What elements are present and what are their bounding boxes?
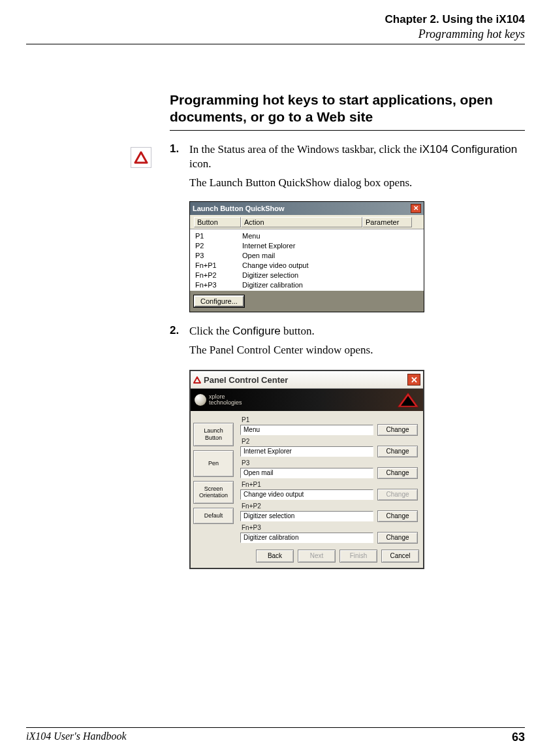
pcc-footer: Back Next Finish Cancel <box>191 546 423 568</box>
row-label: P1 <box>240 416 418 423</box>
row-label: Fn+P1 <box>240 481 418 488</box>
chapter-title: Chapter 2. Using the iX104 <box>26 13 525 26</box>
quickshow-body: P1Menu P2Internet Explorer P3Open mail F… <box>190 229 424 291</box>
row-value[interactable]: Digitizer calibration <box>240 533 373 543</box>
row-label: Fn+P2 <box>240 502 418 510</box>
row-label: Fn+P3 <box>240 524 418 531</box>
step-2-result: The Panel Control Center window opens. <box>189 343 525 358</box>
cancel-button[interactable]: Cancel <box>381 550 419 563</box>
row-value[interactable]: Internet Explorer <box>240 446 373 457</box>
quickshow-column-headers: Button Action Parameter <box>190 215 424 229</box>
pcc-banner-text: xplore technologies <box>209 394 242 406</box>
col-action[interactable]: Action <box>241 217 362 227</box>
sidebar-item-default[interactable]: Default <box>193 508 234 524</box>
row-label: P2 <box>240 438 418 445</box>
step-2-body: Click the Configure button. The Panel Co… <box>189 324 525 362</box>
list-item[interactable]: P2Internet Explorer <box>195 241 420 251</box>
change-button: Change <box>377 489 418 501</box>
col-parameter[interactable]: Parameter <box>362 217 412 227</box>
step-1-text-b: iX104 Configuration <box>420 143 517 156</box>
step-2-text-b: Configure <box>232 325 281 337</box>
step-1: 1. In the Status area of the Windows tas… <box>170 142 525 195</box>
pcc-banner: xplore technologies <box>191 389 423 411</box>
quickshow-titlebar: Launch Button QuickShow ✕ <box>190 202 424 215</box>
list-item[interactable]: Fn+P1Change video output <box>195 261 420 271</box>
back-button[interactable]: Back <box>256 550 294 563</box>
step-2: 2. Click the Configure button. The Panel… <box>170 324 525 362</box>
row-value[interactable]: Open mail <box>240 468 373 478</box>
panel-control-center-window: Panel Control Center ✕ xplore technologi… <box>189 370 424 569</box>
warning-triangle-icon <box>193 376 201 384</box>
list-item[interactable]: Fn+P2Digitizer selection <box>195 271 420 280</box>
sidebar-item-pen[interactable]: Pen <box>193 450 234 477</box>
sidebar-item-screen-orientation[interactable]: Screen Orientation <box>193 481 234 504</box>
triangle-icon <box>396 391 420 409</box>
step-1-body: In the Status area of the Windows taskba… <box>189 142 525 195</box>
step-2-text-a: Click the <box>189 325 232 337</box>
col-button[interactable]: Button <box>194 217 241 227</box>
warning-triangle-icon <box>131 147 151 168</box>
pcc-main: P1MenuChange P2Internet ExplorerChange P… <box>234 414 420 546</box>
header-rule <box>26 44 525 44</box>
svg-marker-0 <box>135 152 147 163</box>
change-button[interactable]: Change <box>377 467 418 479</box>
configure-button[interactable]: Configure... <box>194 295 244 307</box>
pcc-sidebar: Launch Button Pen Screen Orientation Def… <box>193 414 234 546</box>
pcc-title: Panel Control Center <box>204 375 288 385</box>
svg-marker-1 <box>194 377 200 383</box>
list-item[interactable]: P1Menu <box>195 231 420 241</box>
page-title: Programming hot keys to start applicatio… <box>170 91 525 126</box>
change-button[interactable]: Change <box>377 532 418 544</box>
footer-rule <box>26 727 525 728</box>
sidebar-item-launch-button[interactable]: Launch Button <box>193 423 234 446</box>
change-button[interactable]: Change <box>377 510 418 522</box>
close-icon[interactable]: ✕ <box>411 204 421 213</box>
quickshow-footer: Configure... <box>190 291 424 312</box>
margin-icon <box>131 147 151 168</box>
step-1-number: 1. <box>170 142 189 156</box>
section-title: Programming hot keys <box>26 27 525 41</box>
page-number: 63 <box>512 731 525 744</box>
row-value[interactable]: Menu <box>240 425 373 435</box>
finish-button: Finish <box>339 550 377 563</box>
footer-handbook: iX104 User's Handbook <box>26 731 127 744</box>
row-value[interactable]: Digitizer selection <box>240 511 373 521</box>
page-footer: iX104 User's Handbook 63 <box>26 727 525 744</box>
row-value[interactable]: Change video output <box>240 489 373 500</box>
globe-icon <box>195 394 206 406</box>
pcc-titlebar: Panel Control Center ✕ <box>191 371 423 389</box>
step-1-text-c: icon. <box>189 157 212 170</box>
page-header: Chapter 2. Using the iX104 Programming h… <box>26 13 525 41</box>
next-button: Next <box>298 550 336 563</box>
quickshow-title: Launch Button QuickShow <box>193 205 285 212</box>
list-item[interactable]: Fn+P3Digitizer calibration <box>195 280 420 290</box>
close-icon[interactable]: ✕ <box>407 374 420 386</box>
row-label: P3 <box>240 459 418 467</box>
title-rule <box>170 130 525 131</box>
step-1-text-a: In the Status area of the Windows taskba… <box>189 143 420 156</box>
quickshow-window: Launch Button QuickShow ✕ Button Action … <box>189 201 424 312</box>
step-2-text-c: button. <box>281 325 315 337</box>
change-button[interactable]: Change <box>377 424 418 436</box>
change-button[interactable]: Change <box>377 446 418 457</box>
step-1-result: The Launch Button QuickShow dialog box o… <box>189 176 525 191</box>
pcc-body: Launch Button Pen Screen Orientation Def… <box>191 411 423 546</box>
content-area: Programming hot keys to start applicatio… <box>170 91 525 569</box>
step-2-number: 2. <box>170 324 189 337</box>
list-item[interactable]: P3Open mail <box>195 251 420 261</box>
